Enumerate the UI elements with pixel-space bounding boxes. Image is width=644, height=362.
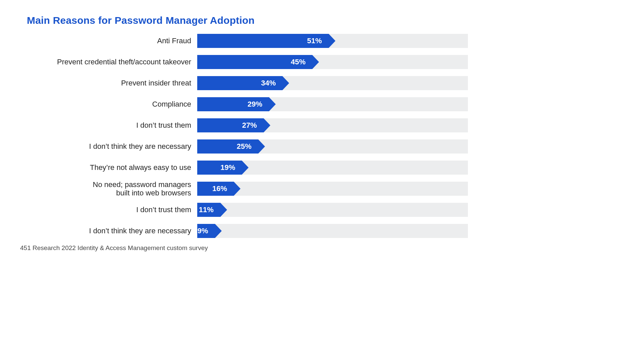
bar: 29% (197, 97, 276, 111)
bar-category-label: I don’t think they are necessary (20, 142, 197, 150)
bar-track: 25% (197, 139, 468, 154)
bar: 45% (197, 55, 319, 69)
bar-track: 16% (197, 182, 468, 196)
bar-arrow-tip (215, 224, 222, 238)
bar-value-label: 34% (197, 76, 282, 90)
bar-track: 9% (197, 224, 468, 238)
bar-value-label: 11% (197, 203, 220, 217)
bar: 27% (197, 118, 270, 132)
bar-row: I don’t trust them11% (20, 202, 468, 218)
bar: 34% (197, 76, 289, 90)
bar-category-label: They’re not always easy to use (20, 163, 197, 172)
bar-row: No need; password managersbuilt into web… (20, 181, 468, 197)
bar-arrow-tip (329, 34, 335, 48)
bar-value-label: 9% (197, 224, 215, 238)
bar-track: 29% (197, 97, 468, 111)
bar-arrow-tip (220, 203, 227, 217)
bar-arrow-tip (242, 161, 249, 175)
bar-arrow-tip (258, 139, 265, 154)
bar-value-label: 19% (197, 161, 242, 175)
bar-row: They’re not always easy to use19% (20, 160, 468, 176)
bar-chart: Anti Fraud51%Prevent credential theft/ac… (20, 33, 468, 239)
bar-arrow-tip (282, 76, 289, 90)
bar-track: 11% (197, 203, 468, 217)
bar-value-label: 25% (197, 139, 258, 154)
bar-category-label: I don’t trust them (20, 121, 197, 129)
bar-arrow-tip (269, 97, 276, 111)
bar-category-label: Prevent insider threat (20, 79, 197, 87)
bar-category-label: Prevent credential theft/account takeove… (20, 58, 197, 66)
bar-row: I don’t trust them27% (20, 117, 468, 133)
chart-page: Main Reasons for Password Manager Adopti… (0, 0, 488, 274)
bar-value-label: 51% (197, 34, 329, 48)
bar-row: Compliance29% (20, 96, 468, 112)
bar-category-label: Anti Fraud (20, 37, 197, 45)
bar: 9% (197, 224, 222, 238)
bar-category-label: No need; password managersbuilt into web… (20, 180, 197, 197)
bar: 11% (197, 203, 227, 217)
bar-category-label: I don’t trust them (20, 205, 197, 214)
bar-value-label: 45% (197, 55, 312, 69)
bar: 19% (197, 161, 249, 175)
bar-arrow-tip (234, 182, 240, 196)
bar-category-label: I don’t think they are necessary (20, 227, 197, 235)
bar-arrow-tip (264, 118, 270, 132)
bar: 16% (197, 182, 240, 196)
bar-arrow-tip (312, 55, 319, 69)
bar-value-label: 27% (197, 118, 264, 132)
bar-row: Prevent credential theft/account takeove… (20, 54, 468, 70)
bar-row: Prevent insider threat34% (20, 75, 468, 91)
bar-row: I don’t think they are necessary25% (20, 138, 468, 155)
bar: 25% (197, 139, 265, 154)
bar: 51% (197, 34, 335, 48)
bar-track: 45% (197, 55, 468, 69)
bar-track: 34% (197, 76, 468, 90)
bar-value-label: 16% (197, 182, 234, 196)
chart-source: 451 Research 2022 Identity & Access Mana… (20, 244, 468, 252)
bar-value-label: 29% (197, 97, 269, 111)
bar-row: Anti Fraud51% (20, 33, 468, 49)
bar-track: 27% (197, 118, 468, 132)
bar-category-label: Compliance (20, 100, 197, 108)
bar-track: 51% (197, 34, 468, 48)
bar-track: 19% (197, 161, 468, 175)
chart-title: Main Reasons for Password Manager Adopti… (27, 15, 461, 26)
bar-row: I don’t think they are necessary9% (20, 223, 468, 239)
